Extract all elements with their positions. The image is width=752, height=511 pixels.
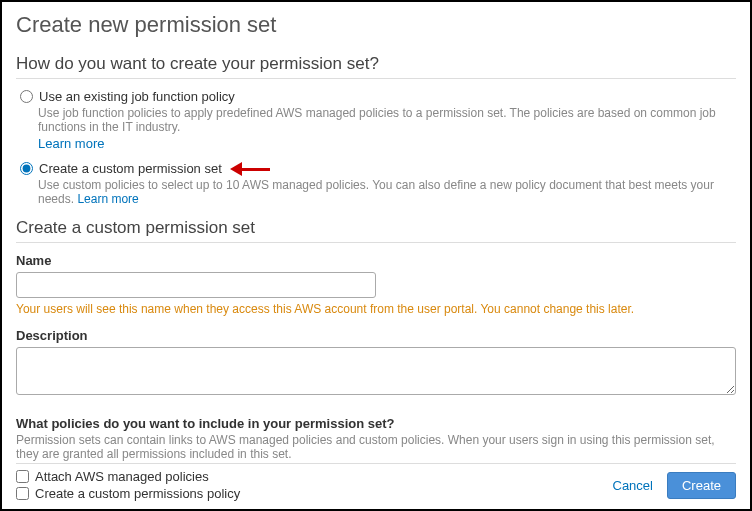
callout-arrow-icon: [230, 164, 270, 174]
radio-custom-desc: Use custom policies to select up to 10 A…: [38, 178, 736, 206]
name-input[interactable]: [16, 272, 376, 298]
learn-more-custom[interactable]: Learn more: [77, 192, 138, 206]
radio-existing-desc: Use job function policies to apply prede…: [38, 106, 736, 134]
create-method-question: How do you want to create your permissio…: [16, 54, 736, 79]
radio-custom-permission[interactable]: [20, 162, 33, 175]
name-label: Name: [16, 253, 736, 268]
policies-hint: Permission sets can contain links to AWS…: [16, 433, 736, 461]
custom-permission-heading: Create a custom permission set: [16, 218, 736, 243]
policies-question: What policies do you want to include in …: [16, 416, 736, 431]
create-button[interactable]: Create: [667, 472, 736, 499]
description-label: Description: [16, 328, 736, 343]
learn-more-existing[interactable]: Learn more: [38, 136, 104, 151]
description-input[interactable]: [16, 347, 736, 395]
radio-existing-label: Use an existing job function policy: [39, 89, 235, 104]
page-title: Create new permission set: [16, 12, 736, 38]
radio-custom-label: Create a custom permission set: [39, 161, 222, 176]
footer: Cancel Create: [16, 463, 736, 499]
name-hint: Your users will see this name when they …: [16, 302, 736, 316]
cancel-button[interactable]: Cancel: [613, 478, 653, 493]
radio-existing-policy[interactable]: [20, 90, 33, 103]
